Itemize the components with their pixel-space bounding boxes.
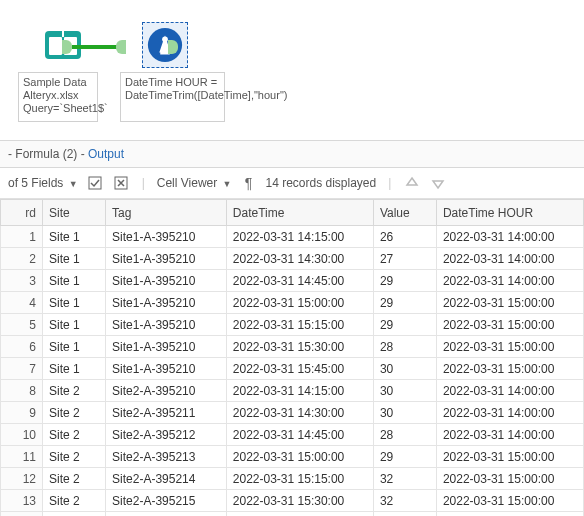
- cell-viewer-dropdown[interactable]: Cell Viewer ▼: [157, 176, 232, 190]
- select-all-icon[interactable]: [86, 174, 104, 192]
- cell-datetime-hour: 2022-03-31 15:00:00: [436, 512, 583, 517]
- cell-value: 29: [373, 270, 436, 292]
- chevron-down-icon: ▼: [69, 179, 78, 189]
- cell-datetime-hour: 2022-03-31 15:00:00: [436, 358, 583, 380]
- separator: |: [388, 176, 391, 190]
- cell-site: Site 1: [43, 336, 106, 358]
- cell-site: Site 2: [43, 446, 106, 468]
- cell-datetime-hour: 2022-03-31 15:00:00: [436, 468, 583, 490]
- cell-record: 14: [1, 512, 43, 517]
- cell-tag: Site2-A-395214: [106, 468, 227, 490]
- cell-datetime-hour: 2022-03-31 15:00:00: [436, 292, 583, 314]
- col-record[interactable]: rd: [1, 200, 43, 226]
- cell-datetime-hour: 2022-03-31 14:00:00: [436, 402, 583, 424]
- cell-tag: Site2-A-395210: [106, 380, 227, 402]
- workflow-canvas[interactable]: Sample Data Alteryx.xlsx Query=`Sheet1$`…: [0, 0, 584, 140]
- input-data-tool[interactable]: Sample Data Alteryx.xlsx Query=`Sheet1$`: [18, 22, 108, 122]
- svg-rect-1: [49, 37, 62, 55]
- table-row[interactable]: 2Site 1Site1-A-3952102022-03-31 14:30:00…: [1, 248, 584, 270]
- breadcrumb-text: - Formula (2) -: [8, 147, 88, 161]
- cell-site: Site 2: [43, 402, 106, 424]
- table-row[interactable]: 5Site 1Site1-A-3952102022-03-31 15:15:00…: [1, 314, 584, 336]
- cell-site: Site 1: [43, 226, 106, 248]
- cell-record: 5: [1, 314, 43, 336]
- cell-value: 30: [373, 380, 436, 402]
- cell-record: 11: [1, 446, 43, 468]
- cell-site: Site 1: [43, 358, 106, 380]
- table-row[interactable]: 3Site 1Site1-A-3952102022-03-31 14:45:00…: [1, 270, 584, 292]
- table-row[interactable]: 1Site 1Site1-A-3952102022-03-31 14:15:00…: [1, 226, 584, 248]
- cell-record: 6: [1, 336, 43, 358]
- cell-tag: Site2-A-395215: [106, 490, 227, 512]
- svg-rect-6: [89, 177, 101, 189]
- cell-datetime: 2022-03-31 15:00:00: [226, 292, 373, 314]
- cell-record: 8: [1, 380, 43, 402]
- table-row[interactable]: 14Site 2Site2-A-3952162022-03-31 15:45:0…: [1, 512, 584, 517]
- col-value[interactable]: Value: [373, 200, 436, 226]
- cell-record: 13: [1, 490, 43, 512]
- table-row[interactable]: 4Site 1Site1-A-3952102022-03-31 15:00:00…: [1, 292, 584, 314]
- cell-site: Site 2: [43, 490, 106, 512]
- cell-datetime-hour: 2022-03-31 14:00:00: [436, 248, 583, 270]
- col-tag[interactable]: Tag: [106, 200, 227, 226]
- cell-datetime: 2022-03-31 14:45:00: [226, 424, 373, 446]
- cell-value: 28: [373, 424, 436, 446]
- cell-datetime: 2022-03-31 15:00:00: [226, 446, 373, 468]
- cell-datetime-hour: 2022-03-31 14:00:00: [436, 270, 583, 292]
- cell-datetime: 2022-03-31 15:30:00: [226, 490, 373, 512]
- cell-tag: Site1-A-395210: [106, 358, 227, 380]
- table-row[interactable]: 11Site 2Site2-A-3952132022-03-31 15:00:0…: [1, 446, 584, 468]
- cell-value: 32: [373, 468, 436, 490]
- col-datetime-hour[interactable]: DateTime HOUR: [436, 200, 583, 226]
- cell-value: 28: [373, 336, 436, 358]
- cell-datetime-hour: 2022-03-31 15:00:00: [436, 490, 583, 512]
- table-row[interactable]: 9Site 2Site2-A-3952112022-03-31 14:30:00…: [1, 402, 584, 424]
- cell-tag: Site2-A-395212: [106, 424, 227, 446]
- cell-record: 4: [1, 292, 43, 314]
- arrow-up-icon[interactable]: [403, 174, 421, 192]
- cell-datetime-hour: 2022-03-31 15:00:00: [436, 336, 583, 358]
- table-row[interactable]: 12Site 2Site2-A-3952142022-03-31 15:15:0…: [1, 468, 584, 490]
- results-table: rd Site Tag DateTime Value DateTime HOUR…: [0, 199, 584, 516]
- output-anchor[interactable]: [62, 40, 72, 54]
- formula-tool[interactable]: DateTime HOUR = DateTimeTrim([DateTime],…: [120, 22, 210, 122]
- col-datetime[interactable]: DateTime: [226, 200, 373, 226]
- connection[interactable]: [72, 45, 120, 49]
- cell-record: 7: [1, 358, 43, 380]
- cell-record: 3: [1, 270, 43, 292]
- deselect-all-icon[interactable]: [112, 174, 130, 192]
- cell-record: 1: [1, 226, 43, 248]
- col-site[interactable]: Site: [43, 200, 106, 226]
- cell-datetime: 2022-03-31 15:45:00: [226, 512, 373, 517]
- records-displayed-label: 14 records displayed: [265, 176, 376, 190]
- cell-value: 30: [373, 402, 436, 424]
- cell-value: 27: [373, 248, 436, 270]
- cell-tag: Site2-A-395211: [106, 402, 227, 424]
- results-breadcrumb: - Formula (2) - Output: [0, 140, 584, 168]
- arrow-down-icon[interactable]: [429, 174, 447, 192]
- cell-record: 2: [1, 248, 43, 270]
- cell-record: 12: [1, 468, 43, 490]
- cell-value: 30: [373, 358, 436, 380]
- fields-dropdown[interactable]: of 5 Fields ▼: [8, 176, 78, 190]
- cell-record: 10: [1, 424, 43, 446]
- separator: |: [142, 176, 145, 190]
- table-row[interactable]: 6Site 1Site1-A-3952102022-03-31 15:30:00…: [1, 336, 584, 358]
- table-row[interactable]: 10Site 2Site2-A-3952122022-03-31 14:45:0…: [1, 424, 584, 446]
- cell-datetime-hour: 2022-03-31 15:00:00: [436, 446, 583, 468]
- paragraph-icon[interactable]: ¶: [239, 174, 257, 192]
- cell-datetime: 2022-03-31 14:30:00: [226, 402, 373, 424]
- cell-site: Site 1: [43, 270, 106, 292]
- cell-value: 29: [373, 446, 436, 468]
- svg-point-4: [162, 36, 168, 42]
- cell-site: Site 1: [43, 248, 106, 270]
- cell-datetime: 2022-03-31 15:30:00: [226, 336, 373, 358]
- cell-datetime-hour: 2022-03-31 14:00:00: [436, 424, 583, 446]
- table-row[interactable]: 8Site 2Site2-A-3952102022-03-31 14:15:00…: [1, 380, 584, 402]
- cell-tag: Site1-A-395210: [106, 292, 227, 314]
- table-row[interactable]: 13Site 2Site2-A-3952152022-03-31 15:30:0…: [1, 490, 584, 512]
- table-row[interactable]: 7Site 1Site1-A-3952102022-03-31 15:45:00…: [1, 358, 584, 380]
- output-anchor-formula[interactable]: [168, 40, 178, 54]
- breadcrumb-output-link[interactable]: Output: [88, 147, 124, 161]
- cell-tag: Site1-A-395210: [106, 248, 227, 270]
